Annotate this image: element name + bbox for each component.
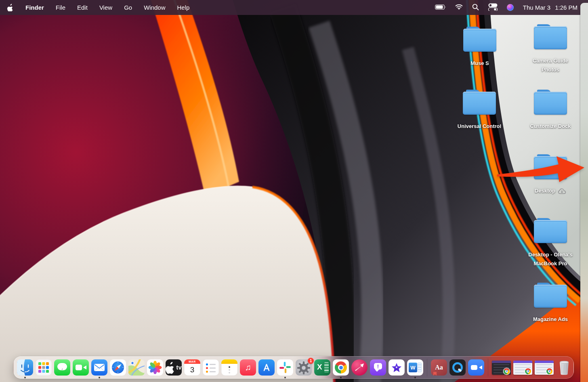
folder-label: Desktop - Olena's MacBook Pro [524, 250, 577, 268]
dock-launchpad-icon[interactable] [36, 359, 52, 376]
folder-label: Camera Guide Photos [524, 57, 577, 74]
desktop-folder-magazine-ads[interactable]: Magazine Ads [520, 283, 581, 324]
notification-badge: 1 [308, 358, 314, 364]
dock-trash-icon[interactable] [556, 359, 572, 376]
word-w-label: W [409, 363, 417, 372]
folder-label: Universal Control [453, 122, 506, 131]
dock-maps-icon[interactable] [128, 359, 145, 376]
macos-desktop: Finder File Edit View Go Window Help Thu… [0, 0, 588, 382]
minimized-chrome-window-2[interactable] [513, 361, 532, 375]
dock-notes-icon[interactable] [221, 359, 237, 376]
menu-file[interactable]: File [56, 4, 65, 11]
dock-divider [488, 359, 488, 376]
folder-icon [534, 90, 567, 115]
dock-apple-tv-icon[interactable]: tv [166, 359, 182, 376]
menu-help[interactable]: Help [177, 4, 190, 11]
desktop-folder-muse-s[interactable]: Muse S [449, 27, 510, 68]
folder-icon [534, 218, 567, 243]
dock-dictionary-icon[interactable]: Aa [431, 359, 447, 376]
dock-music-icon[interactable] [240, 359, 256, 376]
window-titlebar [513, 361, 532, 363]
dock-finder-icon[interactable] [17, 359, 33, 376]
menu-view[interactable]: View [99, 4, 112, 11]
calendar-month-label: MAR [184, 359, 200, 364]
dock: tv MAR 3 1 X [13, 356, 574, 379]
chrome-logo-graphic [335, 361, 347, 374]
dock-calendar-icon[interactable]: MAR 3 [184, 359, 200, 376]
dock-quicktime-icon[interactable] [449, 359, 466, 376]
word-doc-graphic [418, 363, 422, 372]
dock-imovie-icon[interactable] [388, 359, 405, 376]
excel-x-label: X [317, 363, 322, 372]
excel-sheet-graphic [324, 362, 329, 373]
dock-zoom-icon[interactable] [468, 359, 484, 376]
folder-label: Muse S [453, 59, 506, 68]
dock-reminders-icon[interactable] [203, 359, 219, 376]
control-center-icon[interactable] [488, 3, 498, 12]
menu-app-finder[interactable]: Finder [25, 4, 44, 11]
apple-glyph-icon [166, 359, 176, 376]
dock-word-icon[interactable]: W [407, 359, 423, 376]
dock-facetime-icon[interactable] [73, 359, 89, 376]
menu-bar: Finder File Edit View Go Window Help Thu… [0, 0, 588, 15]
spotlight-search-icon[interactable] [472, 4, 479, 12]
window-titlebar [535, 361, 554, 363]
menu-go[interactable]: Go [124, 4, 132, 11]
dock-chrome-icon[interactable] [333, 359, 349, 376]
chrome-badge-icon [546, 368, 552, 374]
menu-window[interactable]: Window [144, 4, 165, 11]
siri-icon[interactable] [507, 4, 514, 11]
desktop-folder-universal-control[interactable]: Universal Control [449, 90, 510, 131]
annotation-arrow [492, 149, 588, 193]
dictionary-aa-label: Aa [435, 364, 443, 371]
window-titlebar [492, 361, 511, 363]
dock-app-store-icon[interactable] [258, 359, 275, 376]
calendar-day-label: 3 [184, 364, 200, 376]
dock-alert-chat-app-icon[interactable]: ! [370, 359, 386, 376]
folder-icon [534, 24, 567, 49]
wifi-icon[interactable] [455, 4, 463, 11]
status-time: 1:26 PM [555, 4, 578, 11]
dock-messages-icon[interactable] [54, 359, 70, 376]
folder-icon [463, 27, 496, 52]
dock-excel-icon[interactable]: X [314, 359, 330, 376]
dock-skitch-icon[interactable] [351, 359, 368, 376]
apple-menu-icon[interactable] [7, 4, 14, 11]
tv-label: tv [176, 364, 182, 371]
folder-icon [463, 90, 496, 115]
dock-slack-icon[interactable] [277, 359, 293, 376]
chrome-badge-icon [525, 368, 531, 374]
quicktime-q-graphic [452, 362, 463, 373]
desktop-folder-customize-dock[interactable]: Customize Dock [520, 90, 581, 131]
minimized-chrome-window-1[interactable] [492, 361, 511, 375]
chrome-badge-icon [504, 368, 510, 374]
folder-label: Customize Dock [524, 122, 577, 131]
dock-system-preferences-icon[interactable]: 1 [296, 359, 312, 376]
minimized-chrome-window-3[interactable] [535, 361, 554, 375]
folder-icon [534, 283, 567, 308]
desktop-folder-camera-guide-photos[interactable]: Camera Guide Photos [520, 24, 581, 74]
dock-safari-icon[interactable] [110, 359, 126, 376]
dock-divider [427, 359, 427, 376]
folder-label: Magazine Ads [524, 315, 577, 324]
desktop-folder-desktop-olenas-macbook-pro[interactable]: Desktop - Olena's MacBook Pro [520, 218, 581, 268]
battery-icon[interactable] [435, 4, 446, 11]
dock-mail-icon[interactable] [91, 359, 107, 376]
dock-photos-icon[interactable] [147, 359, 163, 376]
menu-edit[interactable]: Edit [77, 4, 88, 11]
exclamation-label: ! [374, 363, 382, 369]
menu-bar-clock[interactable]: Thu Mar 3 1:26 PM [523, 4, 578, 11]
status-date: Thu Mar 3 [523, 4, 550, 11]
